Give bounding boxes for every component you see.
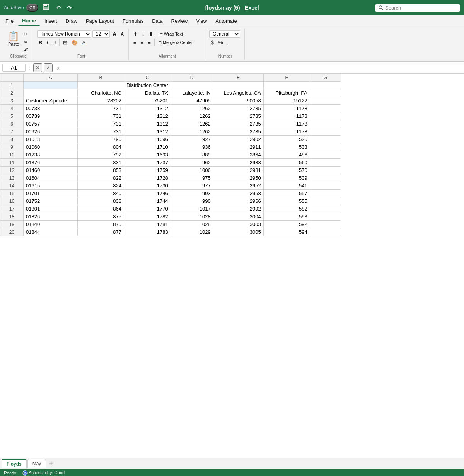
- cell-b19[interactable]: 875: [78, 221, 124, 228]
- cell-d3[interactable]: 47905: [171, 97, 213, 105]
- cell-c19[interactable]: 1781: [124, 221, 171, 228]
- cell-f14[interactable]: 541: [263, 182, 310, 190]
- cell-b18[interactable]: 875: [78, 213, 124, 221]
- cell-b17[interactable]: 864: [78, 205, 124, 213]
- merge-center-button[interactable]: ⊡ Merge & Center: [157, 39, 194, 46]
- col-header-e[interactable]: E: [213, 74, 263, 82]
- cell-d2[interactable]: Lafayette, IN: [171, 89, 213, 97]
- cell-a13[interactable]: 01604: [24, 174, 78, 182]
- cell-d16[interactable]: 990: [171, 197, 213, 205]
- menu-review[interactable]: Review: [167, 17, 192, 26]
- cell-a19[interactable]: 01840: [24, 221, 78, 228]
- cell-c17[interactable]: 1770: [124, 205, 171, 213]
- cell-b13[interactable]: 822: [78, 174, 124, 182]
- menu-automate[interactable]: Automate: [212, 17, 241, 26]
- menu-formulas[interactable]: Formulas: [119, 17, 147, 26]
- font-name-select[interactable]: Times New Roman: [37, 30, 91, 38]
- cell-e20[interactable]: 3005: [213, 228, 263, 236]
- align-right-button[interactable]: ≡: [146, 39, 152, 46]
- undo-button[interactable]: ↶: [54, 3, 63, 12]
- cell-b10[interactable]: 792: [78, 151, 124, 159]
- formula-input[interactable]: [63, 64, 462, 71]
- cell-c14[interactable]: 1730: [124, 182, 171, 190]
- cell-d20[interactable]: 1029: [171, 228, 213, 236]
- cell-f1[interactable]: [263, 82, 310, 89]
- cell-e13[interactable]: 2950: [213, 174, 263, 182]
- cell-c2[interactable]: Dallas, TX: [124, 89, 171, 97]
- cell-a16[interactable]: 01752: [24, 197, 78, 205]
- autosave-toggle[interactable]: Off: [26, 4, 38, 12]
- cell-e2[interactable]: Los Angeles, CA: [213, 89, 263, 97]
- cell-e3[interactable]: 90058: [213, 97, 263, 105]
- cell-f13[interactable]: 539: [263, 174, 310, 182]
- cell-c16[interactable]: 1744: [124, 197, 171, 205]
- cell-f17[interactable]: 582: [263, 205, 310, 213]
- wrap-text-button[interactable]: ≡ Wrap Text: [159, 31, 185, 37]
- cell-d8[interactable]: 927: [171, 136, 213, 143]
- cell-c1[interactable]: Distribution Center: [124, 82, 171, 89]
- align-bottom-button[interactable]: ⬇: [147, 31, 155, 38]
- cancel-formula-button[interactable]: ✕: [33, 63, 42, 72]
- fill-color-button[interactable]: 🎨: [70, 39, 79, 46]
- save-button[interactable]: [41, 3, 51, 13]
- cell-g17[interactable]: [310, 205, 341, 213]
- cell-d6[interactable]: 1262: [171, 120, 213, 128]
- cell-d9[interactable]: 936: [171, 143, 213, 151]
- cell-g12[interactable]: [310, 167, 341, 174]
- cell-e7[interactable]: 2735: [213, 128, 263, 136]
- cell-g20[interactable]: [310, 228, 341, 236]
- align-center-button[interactable]: ≡: [139, 39, 145, 46]
- cell-c6[interactable]: 1312: [124, 120, 171, 128]
- cell-b20[interactable]: 877: [78, 228, 124, 236]
- menu-insert[interactable]: Insert: [41, 17, 61, 26]
- decrease-font-button[interactable]: A: [119, 31, 125, 37]
- align-middle-button[interactable]: ↕: [140, 31, 146, 38]
- cell-e10[interactable]: 2864: [213, 151, 263, 159]
- cell-a18[interactable]: 01826: [24, 213, 78, 221]
- cell-d11[interactable]: 962: [171, 159, 213, 167]
- cell-d4[interactable]: 1262: [171, 105, 213, 112]
- cell-b4[interactable]: 731: [78, 105, 124, 112]
- font-size-select[interactable]: 12: [92, 30, 110, 38]
- percent-button[interactable]: %: [217, 39, 224, 46]
- cell-a3[interactable]: Customer Zipcode: [24, 97, 78, 105]
- cell-e18[interactable]: 3004: [213, 213, 263, 221]
- italic-button[interactable]: I: [45, 39, 49, 46]
- align-top-button[interactable]: ⬆: [132, 31, 139, 38]
- cell-f4[interactable]: 1178: [263, 105, 310, 112]
- cell-d10[interactable]: 889: [171, 151, 213, 159]
- cell-c18[interactable]: 1782: [124, 213, 171, 221]
- cell-c5[interactable]: 1312: [124, 112, 171, 120]
- dollar-button[interactable]: $: [209, 39, 215, 46]
- cell-f12[interactable]: 570: [263, 167, 310, 174]
- underline-button[interactable]: U: [51, 39, 57, 46]
- comma-button[interactable]: ,: [225, 39, 230, 46]
- cell-g3[interactable]: [310, 97, 341, 105]
- cell-b3[interactable]: 28202: [78, 97, 124, 105]
- col-header-b[interactable]: B: [78, 74, 124, 82]
- cell-c11[interactable]: 1737: [124, 159, 171, 167]
- cell-f9[interactable]: 533: [263, 143, 310, 151]
- menu-page-layout[interactable]: Page Layout: [82, 17, 118, 26]
- bold-button[interactable]: B: [37, 39, 44, 46]
- cell-f15[interactable]: 557: [263, 190, 310, 197]
- cell-e6[interactable]: 2735: [213, 120, 263, 128]
- cell-e1[interactable]: [213, 82, 263, 89]
- cut-button[interactable]: ✂: [22, 31, 29, 37]
- cell-d7[interactable]: 1262: [171, 128, 213, 136]
- cell-d15[interactable]: 993: [171, 190, 213, 197]
- cell-g2[interactable]: [310, 89, 341, 97]
- cell-a17[interactable]: 01801: [24, 205, 78, 213]
- cell-b8[interactable]: 790: [78, 136, 124, 143]
- cell-c4[interactable]: 1312: [124, 105, 171, 112]
- cell-f18[interactable]: 593: [263, 213, 310, 221]
- cell-a10[interactable]: 01238: [24, 151, 78, 159]
- cell-f6[interactable]: 1178: [263, 120, 310, 128]
- cell-e9[interactable]: 2911: [213, 143, 263, 151]
- col-header-g[interactable]: G: [310, 74, 341, 82]
- cell-f2[interactable]: Pittsburgh, PA: [263, 89, 310, 97]
- cell-a5[interactable]: 00739: [24, 112, 78, 120]
- col-header-f[interactable]: F: [263, 74, 310, 82]
- cell-g11[interactable]: [310, 159, 341, 167]
- menu-view[interactable]: View: [192, 17, 211, 26]
